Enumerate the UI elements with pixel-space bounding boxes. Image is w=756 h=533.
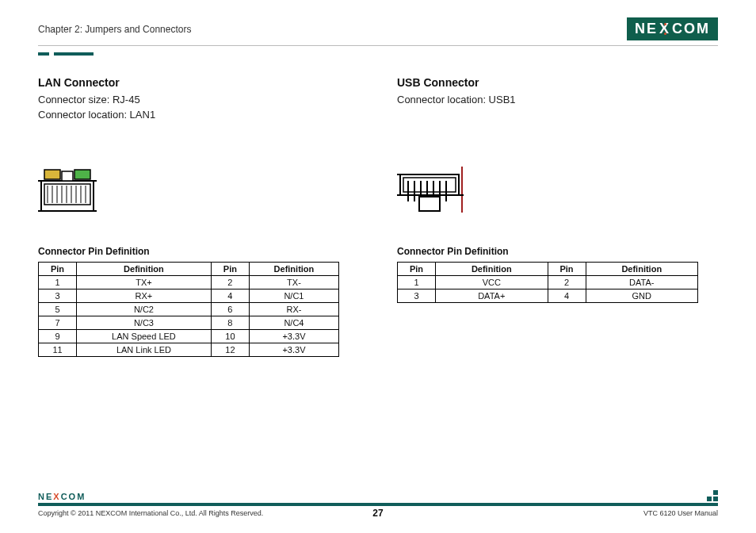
svg-rect-4 — [62, 171, 73, 181]
nexcom-logo: NEXCOM — [627, 17, 718, 40]
usb-connector-icon — [397, 143, 718, 214]
table-header-row: Pin Definition Pin Definition — [39, 263, 339, 276]
th-def: Definition — [436, 263, 548, 276]
accent-stripe — [38, 52, 718, 56]
th-pin: Pin — [548, 263, 586, 276]
table-row: 9LAN Speed LED10+3.3V — [39, 330, 339, 343]
lan-size: Connector size: RJ-45 — [38, 94, 359, 105]
table-header-row: Pin Definition Pin Definition — [398, 263, 698, 276]
rj45-connector-icon — [38, 143, 359, 214]
svg-rect-3 — [74, 170, 90, 179]
header-divider — [38, 45, 718, 46]
usb-table-title: Connector Pin Definition — [397, 246, 718, 257]
footer-bar — [38, 503, 718, 506]
th-pin: Pin — [39, 263, 77, 276]
lan-connector-section: LAN Connector Connector size: RJ-45 Conn… — [38, 76, 359, 357]
th-def: Definition — [586, 263, 698, 276]
table-row: 11LAN Link LED12+3.3V — [39, 343, 339, 357]
usb-connector-section: USB Connector Connector location: USB1 — [397, 76, 718, 357]
table-row: 1VCC2DATA- — [398, 276, 698, 290]
lan-location: Connector location: LAN1 — [38, 109, 359, 121]
footer-nexcom-logo: NEXCOM — [38, 492, 86, 501]
svg-rect-27 — [419, 197, 440, 211]
lan-table-title: Connector Pin Definition — [38, 246, 359, 257]
svg-rect-19 — [403, 178, 456, 192]
table-row: 5N/C26RX- — [39, 303, 339, 316]
manual-name: VTC 6120 User Manual — [643, 509, 718, 517]
logo-x-icon: X — [658, 21, 672, 37]
logo-left: NE — [635, 21, 658, 37]
svg-rect-2 — [44, 170, 60, 179]
table-row: 1TX+2TX- — [39, 276, 339, 290]
th-def: Definition — [249, 263, 338, 276]
th-def: Definition — [77, 263, 212, 276]
logo-right: COM — [672, 21, 710, 37]
table-row: 3DATA+4GND — [398, 290, 698, 303]
usb-location: Connector location: USB1 — [397, 94, 718, 105]
table-row: 3RX+4N/C1 — [39, 290, 339, 303]
th-pin: Pin — [398, 263, 436, 276]
usb-pin-table: Pin Definition Pin Definition 1VCC2DATA-… — [397, 262, 698, 303]
lan-title: LAN Connector — [38, 76, 359, 89]
page-number: 27 — [0, 508, 756, 519]
th-pin: Pin — [211, 263, 249, 276]
footer-squares-icon — [707, 490, 718, 501]
chapter-title: Chapter 2: Jumpers and Connectors — [38, 24, 191, 35]
usb-title: USB Connector — [397, 76, 718, 89]
svg-rect-1 — [44, 184, 90, 205]
lan-pin-table: Pin Definition Pin Definition 1TX+2TX- 3… — [38, 262, 339, 357]
table-row: 7N/C38N/C4 — [39, 316, 339, 330]
